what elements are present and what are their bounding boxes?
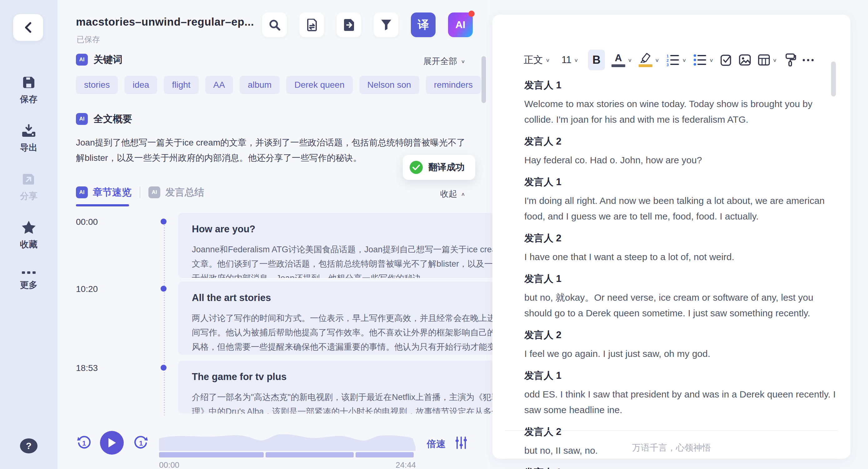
checkbox-icon	[720, 54, 732, 66]
ai-section-icon: AI	[148, 187, 160, 198]
chevron-down-icon: ∨	[628, 57, 632, 63]
utterance[interactable]: 发言人 1 you know you know that once you wa…	[524, 466, 840, 469]
keyword-tag[interactable]: Derek queen	[286, 76, 352, 94]
editor-footer-divider	[505, 430, 838, 431]
utterance-text: I feel we go again. I just just saw, oh …	[524, 346, 840, 362]
collapse-button[interactable]: 收起 ∧	[440, 188, 465, 200]
utterance-text: but no, 就okay。Or need verse, ice cream o…	[524, 290, 840, 321]
insert-image-button[interactable]	[739, 54, 751, 66]
chapter-title: All the art stories	[192, 292, 514, 303]
table-icon	[758, 54, 770, 66]
utterance[interactable]: 发言人 2 Hay federal co. Had o. John, how a…	[524, 135, 840, 168]
filter-icon	[380, 19, 392, 31]
back-button[interactable]	[13, 14, 43, 41]
save-icon	[22, 76, 35, 89]
sidebar-item-label: 分享	[20, 190, 37, 202]
utterance[interactable]: 发言人 1 but no, 就okay。Or need verse, ice c…	[524, 272, 840, 321]
translate-button[interactable]: 译	[411, 12, 436, 37]
highlight-button[interactable]: ∨	[639, 53, 659, 67]
filter-button[interactable]	[374, 12, 398, 37]
sidebar-item-save[interactable]: 保存	[0, 76, 58, 105]
sidebar-item-favorite[interactable]: 收藏	[0, 221, 58, 250]
chevron-down-icon: ∨	[655, 57, 659, 63]
keyword-tag[interactable]: AA	[205, 76, 233, 94]
bold-button[interactable]: B	[588, 49, 605, 70]
current-time: 00:00	[159, 460, 179, 469]
chapter-timestamp[interactable]: 18:53	[76, 363, 98, 373]
rewind-1s-button[interactable]: 1	[77, 436, 91, 450]
font-color-button[interactable]: A ∨	[612, 53, 632, 67]
note-toolbar: 译 AI	[262, 12, 473, 37]
utterance[interactable]: 发言人 2 I feel we go again. I just just sa…	[524, 329, 840, 362]
insert-table-button[interactable]: ∨	[758, 54, 777, 66]
sidebar-item-share[interactable]: 分享	[0, 173, 58, 202]
tab-chapters[interactable]: AI 章节速览	[76, 186, 131, 199]
waveform[interactable]	[159, 432, 415, 451]
utterance-text: I'm doing all right. And now we been tal…	[524, 193, 840, 224]
equalizer-button[interactable]	[455, 436, 467, 449]
ordered-list-button[interactable]: 1 2 3 ∨	[666, 54, 686, 66]
utterance[interactable]: 发言人 1 I'm doing all right. And now we be…	[524, 175, 840, 224]
playback-speed-button[interactable]: 倍速	[427, 438, 445, 450]
speaker-label: 发言人 1	[524, 466, 840, 469]
bullet-list-button[interactable]: ∨	[693, 54, 714, 66]
active-tab-underline	[76, 204, 129, 206]
sidebar: 保存 导出 分享 收藏 更多 ?	[0, 0, 58, 469]
more-icon	[22, 270, 36, 275]
note-panel-scrollbar[interactable]	[482, 56, 486, 103]
utterance[interactable]: 发言人 1 Welcome to max stories on wine tod…	[524, 79, 840, 127]
tab-divider	[140, 187, 140, 198]
chapter-timestamp[interactable]: 10:20	[76, 284, 98, 294]
utterance-text: I have one that I want a steep to a lot …	[524, 249, 840, 265]
page-title: macstories–unwind–regular–ep...	[76, 15, 254, 28]
chevron-down-icon: ∨	[682, 57, 686, 63]
total-time: 24:44	[396, 460, 416, 469]
ai-section-icon: AI	[76, 187, 88, 198]
editor-scrollbar[interactable]	[831, 62, 836, 97]
search-button[interactable]	[262, 12, 287, 37]
chapter-card[interactable]: The game for tv plus 介绍了一部名为"高达杰克"的新电视剧，…	[178, 361, 528, 414]
forward-1s-button[interactable]: 1	[134, 436, 148, 450]
utterance[interactable]: 发言人 1 odd ES. I think I saw that preside…	[524, 369, 840, 418]
keyword-tag[interactable]: stories	[76, 76, 118, 94]
doc-export-icon	[306, 19, 318, 31]
chevron-up-icon: ∧	[461, 191, 465, 197]
font-size-value: 11	[561, 54, 571, 66]
chapter-card[interactable]: How are you? Joanne和Federalism ATG讨论美国食品…	[178, 213, 528, 278]
tab-label: 发言总结	[165, 186, 204, 199]
svg-text:2: 2	[666, 58, 669, 63]
speaker-label: 发言人 1	[524, 369, 840, 382]
transcript-content[interactable]: 发言人 1 Welcome to max stories on wine tod…	[524, 79, 840, 469]
play-button[interactable]	[100, 431, 124, 455]
checkbox-button[interactable]	[720, 54, 732, 66]
expand-all-button[interactable]: 展开全部 ∨	[423, 56, 465, 67]
ordered-list-icon: 1 2 3	[666, 54, 680, 66]
paragraph-style-select[interactable]: 正文 ∨	[524, 54, 550, 67]
utterance[interactable]: 发言人 2 I have one that I want a steep to …	[524, 232, 840, 265]
translate-icon: 译	[418, 17, 429, 32]
sidebar-item-export[interactable]: 导出	[0, 124, 58, 154]
paint-roller-icon	[784, 54, 796, 67]
more-tools-button[interactable]	[803, 59, 814, 61]
chapter-card[interactable]: All the art stories 两人讨论了写作的时间和方式。一位表示，早…	[178, 282, 528, 355]
sidebar-item-more[interactable]: 更多	[0, 270, 58, 291]
audio-player: 1 1 00:00 24:44 倍速	[58, 428, 489, 469]
progress-bar[interactable]	[159, 452, 415, 458]
keyword-tag[interactable]: reminders	[426, 76, 481, 94]
tab-speaker-summary[interactable]: AI 发言总结	[148, 186, 204, 199]
keyword-tag[interactable]: album	[240, 76, 280, 94]
replace-button[interactable]	[299, 12, 324, 37]
format-painter-button[interactable]	[784, 54, 796, 67]
font-size-select[interactable]: 11 ∨	[561, 54, 578, 66]
keyword-tag[interactable]: flight	[164, 76, 198, 94]
chapter-timestamp[interactable]: 00:00	[76, 217, 98, 227]
utterance-text: Hay federal co. Had o. John, how are you…	[524, 153, 840, 168]
keyword-tag[interactable]: idea	[124, 76, 157, 94]
keyword-tag[interactable]: Nelson son	[359, 76, 419, 94]
ai-assistant-button[interactable]: AI	[448, 12, 473, 37]
help-button[interactable]: ?	[20, 438, 37, 454]
collapse-label: 收起	[440, 188, 457, 200]
export-note-button[interactable]	[337, 12, 361, 37]
progress-segment	[355, 452, 414, 458]
speaker-label: 发言人 2	[524, 232, 840, 245]
